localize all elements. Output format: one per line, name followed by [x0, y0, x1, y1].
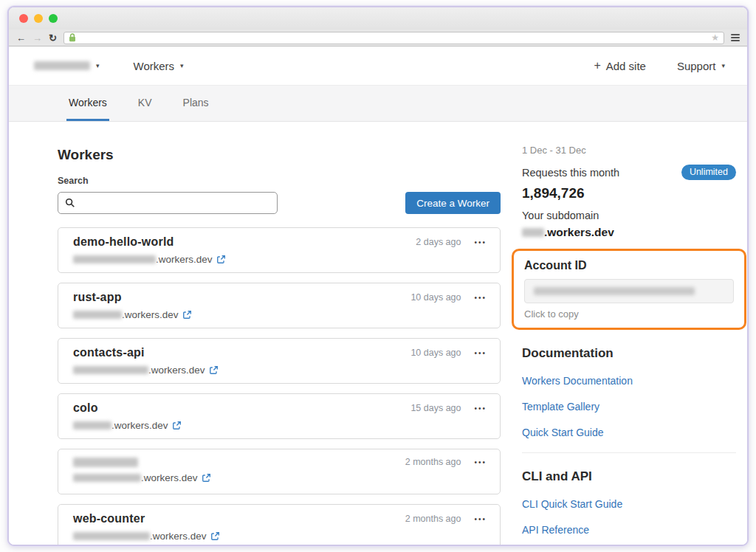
more-options-icon[interactable]: ••• [474, 238, 487, 246]
requests-label: Requests this month [522, 167, 619, 179]
chevron-down-icon: ▾ [721, 62, 725, 69]
click-to-copy-hint: Click to copy [524, 308, 734, 320]
browser-menu-icon[interactable] [731, 34, 740, 41]
subdomain-redacted [73, 421, 111, 429]
worker-name[interactable]: web-counter [73, 512, 145, 525]
workers-menu[interactable]: Workers ▾ [134, 60, 184, 72]
window-titlebar [9, 7, 747, 30]
support-label: Support [677, 60, 716, 72]
plan-badge: Unlimited [681, 165, 736, 180]
account-name-redacted [34, 61, 90, 70]
browser-toolbar: ← → ↻ ★ [9, 30, 747, 46]
account-id-highlight: Account ID Click to copy [512, 249, 746, 330]
search-label: Search [58, 176, 501, 186]
external-link-icon[interactable] [216, 255, 226, 264]
subdomain-suffix: .workers.dev [544, 226, 614, 239]
subdomain-label: Your subdomain [522, 210, 736, 221]
worker-updated: 2 days ago [416, 237, 461, 247]
account-id-redacted [534, 287, 695, 295]
link-cli-quick-start-guide[interactable]: CLI Quick Start Guide [522, 498, 736, 510]
search-box[interactable] [58, 192, 278, 214]
account-id-copy-field[interactable] [524, 279, 734, 303]
add-site-button[interactable]: + Add site [594, 59, 646, 72]
domain-suffix: .workers.dev [156, 254, 213, 265]
more-options-icon[interactable]: ••• [474, 404, 487, 413]
search-input[interactable] [80, 198, 270, 209]
more-options-icon[interactable]: ••• [474, 515, 487, 523]
refresh-icon[interactable]: ↻ [49, 33, 57, 43]
address-bar[interactable]: ★ [63, 32, 724, 44]
workers-menu-label: Workers [134, 60, 175, 72]
worker-name-redacted[interactable] [73, 458, 138, 467]
domain-suffix: .workers.dev [141, 472, 198, 483]
subdomain-redacted [73, 366, 148, 374]
subdomain-redacted [73, 311, 122, 319]
plus-icon: + [594, 59, 600, 72]
requests-value: 1,894,726 [522, 185, 736, 201]
create-worker-button[interactable]: Create a Worker [405, 192, 501, 214]
link-api-reference[interactable]: API Reference [522, 524, 736, 536]
browser-window: ← → ↻ ★ ▾ Workers ▾ + [7, 6, 749, 546]
back-icon[interactable]: ← [16, 33, 26, 43]
external-link-icon[interactable] [210, 531, 220, 541]
minimize-window-icon[interactable] [34, 14, 43, 23]
worker-card: web-counter 2 months ago ••• .workers.de… [58, 504, 501, 545]
worker-card: 2 months ago ••• .workers.dev [58, 449, 501, 494]
chevron-down-icon: ▾ [180, 62, 184, 69]
workers-list: demo-hello-world 2 days ago ••• .workers… [58, 227, 501, 545]
domain-suffix: .workers.dev [111, 420, 168, 431]
page-title: Workers [58, 147, 501, 163]
subdomain-redacted [73, 255, 156, 263]
account-id-title: Account ID [524, 259, 734, 272]
more-options-icon[interactable]: ••• [474, 458, 487, 466]
worker-updated: 2 months ago [405, 457, 461, 467]
link-template-gallery[interactable]: Template Gallery [522, 401, 736, 413]
subdomain-value: .workers.dev [522, 226, 736, 239]
add-site-label: Add site [606, 60, 646, 72]
search-icon [65, 198, 75, 208]
subdomain-redacted [73, 532, 150, 540]
forward-icon[interactable]: → [32, 33, 42, 43]
section-title: CLI and API [522, 469, 736, 484]
domain-suffix: .workers.dev [150, 531, 207, 542]
more-options-icon[interactable]: ••• [474, 294, 487, 302]
worker-card: contacts-api 10 days ago ••• .workers.de… [58, 338, 501, 384]
worker-card: colo 15 days ago ••• .workers.dev [58, 393, 501, 439]
worker-updated: 2 months ago [405, 514, 461, 524]
worker-updated: 10 days ago [410, 348, 461, 358]
cli-api-section: CLI and API CLI Quick Start Guide API Re… [522, 469, 736, 545]
worker-name[interactable]: colo [73, 401, 98, 415]
documentation-section: Documentation Workers Documentation Temp… [522, 346, 736, 453]
tab-kv[interactable]: KV [136, 86, 154, 121]
support-menu[interactable]: Support ▾ [677, 60, 725, 72]
worker-name[interactable]: demo-hello-world [73, 235, 174, 249]
info-sidebar: 1 Dec - 31 Dec Requests this month Unlim… [522, 137, 736, 545]
section-title: Documentation [522, 346, 736, 361]
tab-workers[interactable]: Workers [66, 86, 109, 121]
chevron-down-icon: ▾ [96, 62, 100, 69]
lock-icon [69, 33, 76, 42]
maximize-window-icon[interactable] [49, 14, 58, 23]
domain-suffix: .workers.dev [148, 365, 205, 376]
billing-date-range: 1 Dec - 31 Dec [522, 145, 736, 156]
worker-updated: 15 days ago [410, 403, 461, 413]
worker-card: demo-hello-world 2 days ago ••• .workers… [58, 227, 501, 273]
bookmark-star-icon[interactable]: ★ [711, 33, 719, 42]
worker-name[interactable]: contacts-api [73, 346, 145, 359]
dashboard-page: ▾ Workers ▾ + Add site Support ▾ Workers… [9, 46, 747, 545]
close-window-icon[interactable] [19, 14, 28, 23]
more-options-icon[interactable]: ••• [474, 349, 487, 357]
divider [522, 452, 736, 453]
account-menu[interactable]: ▾ [34, 61, 100, 70]
worker-name[interactable]: rust-app [73, 291, 122, 304]
subdomain-prefix-redacted [522, 228, 544, 237]
external-link-icon[interactable] [209, 365, 219, 375]
external-link-icon[interactable] [172, 421, 182, 430]
link-workers-documentation[interactable]: Workers Documentation [522, 375, 736, 387]
worker-card: rust-app 10 days ago ••• .workers.dev [58, 283, 501, 328]
tab-plans[interactable]: Plans [181, 86, 211, 121]
external-link-icon[interactable] [182, 310, 192, 320]
link-quick-start-guide[interactable]: Quick Start Guide [522, 427, 736, 438]
domain-suffix: .workers.dev [122, 309, 179, 320]
external-link-icon[interactable] [202, 473, 211, 483]
